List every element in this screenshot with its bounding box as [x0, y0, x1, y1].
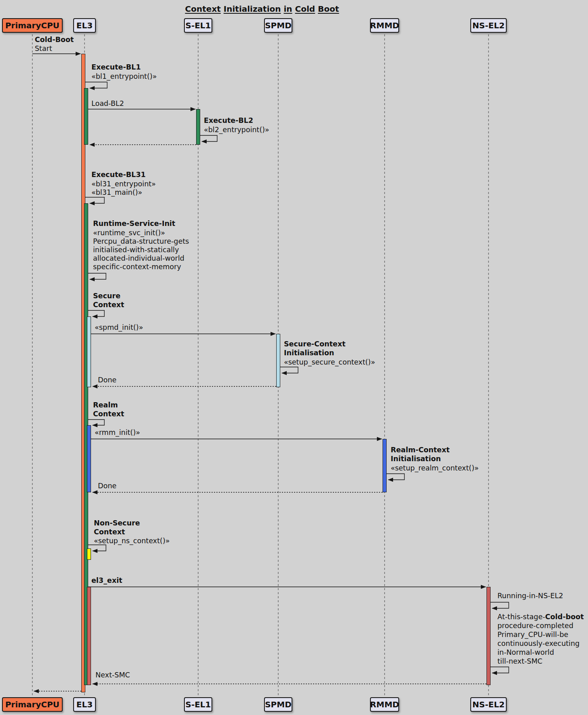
label-non-secure: Non-Secure	[94, 519, 140, 527]
activation-spmd-lightblue	[276, 334, 280, 387]
selfloop-coldboot-note	[491, 667, 509, 673]
diagram-title: Context Initialization in Cold Boot	[0, 4, 524, 14]
label-runtime-note-3: allocated-individual-world	[93, 254, 184, 263]
label-coldboot-note-line1: At-this-stage-Cold-boot	[497, 613, 584, 621]
label-secure: Secure	[93, 292, 121, 300]
selfloop-realm-context	[88, 420, 104, 425]
activation-nsel2-red	[486, 587, 491, 685]
selfloop-execute-bl31	[85, 197, 104, 203]
selfloop-running-ns-el2	[491, 602, 509, 608]
label-runtime-note-4: specific-context-memory	[93, 263, 181, 271]
label-bl1-entrypoint: «bl1_entrypoint()»	[91, 72, 157, 81]
label-setup-realm-context: «setup_realm_context()»	[391, 464, 479, 472]
selfloop-execute-bl2	[200, 135, 217, 141]
label-coldboot-note-line5: in-Normal-world	[497, 648, 554, 657]
label-non-secure-context: Context	[94, 528, 125, 536]
activation-rmmd-blue	[383, 439, 387, 492]
participant-bottom-spmd: SPMD	[264, 697, 292, 712]
label-done-realm: Done	[98, 482, 116, 490]
label-spmd-init: «spmd_init()»	[95, 323, 143, 332]
selfloop-rmmd-setup	[387, 474, 404, 480]
label-execute-bl2: Execute-BL2	[204, 116, 253, 125]
label-coldboot-note-line6: till-next-SMC	[497, 657, 542, 666]
activation-el3-blue	[87, 425, 91, 492]
selfloop-spmd-setup	[280, 367, 298, 373]
selfloop-runtime-init	[88, 273, 106, 279]
label-execute-bl31: Execute-BL31	[91, 171, 146, 179]
label-coldboot-note-line4: continuously-executing	[497, 639, 580, 648]
label-realm-context-init-1: Realm-Context	[391, 446, 450, 454]
label-bl31-entrypoint: «bl31_entrypoint»	[91, 180, 156, 188]
activation-el3-green-1	[84, 88, 88, 145]
activation-el3-yellow	[87, 548, 91, 560]
label-done-secure: Done	[98, 376, 116, 384]
label-secure-context-init-2: Initialisation	[284, 349, 334, 357]
label-cold-boot: Cold-Boot	[35, 36, 74, 44]
label-realm: Realm	[93, 401, 118, 409]
label-setup-ns-context: «setup_ns_context()»	[94, 537, 170, 545]
participant-top-spmd: SPMD	[264, 18, 292, 33]
label-bl2-entrypoint: «bl2_entrypoint()»	[204, 126, 269, 134]
selfloop-secure-context	[88, 310, 104, 316]
label-coldboot-note-line2: procedure-completed	[497, 622, 573, 630]
label-load-bl2: Load-BL2	[91, 99, 124, 108]
participant-top-s-el1: S-EL1	[184, 18, 212, 33]
label-secure-context-init-1: Secure-Context	[284, 340, 345, 348]
label-secure-context: Context	[93, 301, 124, 309]
label-runtime-svc-init: «runtime_svc_init()»	[93, 229, 165, 237]
label-start: Start	[35, 44, 52, 53]
participant-top-primarycpu: PrimaryCPU	[2, 18, 63, 33]
label-coldboot-note-line3: Primary_CPU-will-be	[497, 631, 568, 639]
participant-bottom-ns-el2: NS-EL2	[470, 697, 507, 712]
participant-top-ns-el2: NS-EL2	[470, 18, 507, 33]
label-next-smc: Next-SMC	[95, 671, 130, 679]
participant-top-el3: EL3	[73, 18, 96, 33]
label-running-in-ns-el2: Running-in-NS-EL2	[497, 592, 563, 600]
label-execute-bl1: Execute-BL1	[91, 63, 141, 72]
activation-sel1-green	[196, 109, 200, 145]
label-runtime-note-1: Percpu_data-structure-gets	[93, 237, 189, 246]
participant-bottom-rmmd: RMMD	[370, 697, 399, 712]
label-runtime-note-2: initialised-with-statically	[93, 246, 179, 254]
label-el3-exit: el3_exit	[91, 576, 122, 585]
note-line1-bold: Cold-boot	[545, 613, 584, 621]
participant-bottom-primarycpu: PrimaryCPU	[2, 697, 63, 712]
activation-el3-lightblue	[87, 316, 91, 387]
label-bl31-main: «bl31_main()»	[91, 188, 142, 197]
label-runtime-service-init: Runtime-Service-Init	[93, 219, 175, 228]
participant-bottom-el3: EL3	[73, 697, 96, 712]
note-line1-normal: At-this-stage-	[497, 613, 545, 621]
label-rmm-init: «rmm_init()»	[95, 428, 140, 437]
activation-el3-red	[87, 587, 91, 685]
label-realm-context-init-2: Initialisation	[391, 455, 441, 463]
selfloop-execute-bl1	[85, 82, 107, 88]
participant-top-rmmd: RMMD	[370, 18, 399, 33]
label-setup-secure-context: «setup_secure_context()»	[284, 358, 375, 367]
participant-bottom-s-el1: S-EL1	[184, 697, 212, 712]
label-realm-context: Context	[93, 410, 124, 418]
sequence-diagram: Context Initialization in Cold Boot Prim…	[0, 0, 588, 715]
